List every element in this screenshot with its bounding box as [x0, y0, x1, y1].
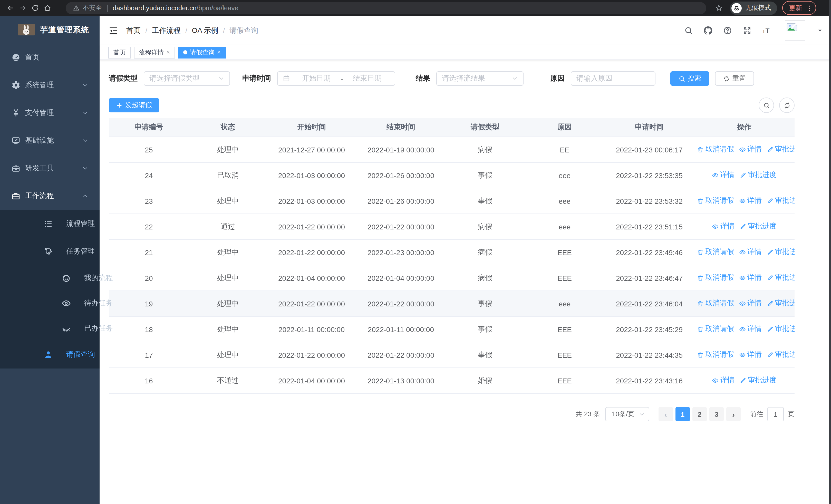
sidebar-item-我的流程[interactable]: 我的流程: [0, 265, 99, 291]
detail-link[interactable]: 详情: [739, 145, 762, 154]
avatar[interactable]: [785, 20, 805, 41]
page-button-2[interactable]: 2: [692, 407, 707, 421]
approval-progress-link[interactable]: 审批进度: [740, 171, 777, 180]
detail-link[interactable]: 详情: [712, 376, 735, 385]
sidebar-item-流程管理[interactable]: 流程管理: [0, 210, 99, 238]
font-size-icon[interactable]: TT: [762, 26, 771, 35]
sidebar-item-label: 已办任务: [84, 324, 113, 333]
sidebar-item-首页[interactable]: 首页: [0, 43, 99, 71]
cancel-leave-link[interactable]: 取消请假: [697, 145, 734, 154]
breadcrumb-item[interactable]: 首页: [126, 26, 141, 35]
column-header: 状态: [189, 118, 267, 137]
page-size-select[interactable]: 10条/页: [605, 407, 649, 421]
cancel-leave-link[interactable]: 取消请假: [697, 350, 734, 359]
apply-date-range-input[interactable]: 开始日期 - 结束日期: [277, 71, 395, 86]
sidebar-item-任务管理[interactable]: 任务管理: [0, 238, 99, 265]
cancel-leave-link[interactable]: 取消请假: [697, 248, 734, 257]
approval-progress-link[interactable]: 审批进度: [740, 376, 777, 385]
sidebar-item-工作流程[interactable]: 工作流程: [0, 182, 99, 210]
briefcase-icon: [11, 191, 21, 201]
approval-progress-link[interactable]: 审批进度: [740, 222, 777, 231]
search-button[interactable]: 搜索: [670, 71, 709, 86]
tab-首页[interactable]: 首页: [108, 47, 131, 58]
detail-link[interactable]: 详情: [739, 325, 762, 334]
reload-button[interactable]: [29, 2, 41, 14]
approval-progress-link[interactable]: 审批进度: [767, 248, 795, 257]
refresh-table-button[interactable]: [779, 97, 795, 113]
security-status[interactable]: 不安全: [73, 4, 102, 12]
approval-progress-link[interactable]: 审批进度: [767, 196, 795, 206]
detail-link[interactable]: 详情: [739, 299, 762, 308]
breadcrumb-item[interactable]: 工作流程: [152, 26, 181, 35]
monitor-icon: [11, 136, 21, 145]
approval-progress-link[interactable]: 审批进度: [767, 350, 795, 359]
cell-no: 16: [109, 368, 189, 393]
page-button-1[interactable]: 1: [676, 407, 690, 421]
flow-list-icon: [44, 219, 53, 228]
prev-page-button[interactable]: ‹: [659, 407, 673, 421]
sidebar-collapse-button[interactable]: [108, 25, 119, 36]
github-icon[interactable]: [704, 26, 712, 35]
tab-请假查询[interactable]: 请假查询×: [178, 47, 226, 58]
sidebar-item-label: 支付管理: [25, 108, 54, 118]
show-search-button[interactable]: [758, 97, 774, 113]
chevron-down-icon: [82, 165, 88, 171]
cell-reason: EEE: [524, 317, 605, 342]
next-page-button[interactable]: ›: [726, 407, 741, 421]
incognito-avatar: [732, 3, 742, 13]
approval-progress-link[interactable]: 审批进度: [767, 325, 795, 334]
detail-link[interactable]: 详情: [739, 273, 762, 283]
detail-link[interactable]: 详情: [712, 171, 735, 180]
search-icon[interactable]: [684, 26, 693, 35]
approval-progress-link[interactable]: 审批进度: [767, 145, 795, 154]
sidebar-item-label: 首页: [25, 53, 39, 62]
create-leave-button[interactable]: 发起请假: [109, 98, 159, 112]
cancel-leave-link[interactable]: 取消请假: [697, 325, 734, 334]
sidebar-item-待办任务[interactable]: 待办任务: [0, 291, 99, 316]
cancel-leave-link[interactable]: 取消请假: [697, 196, 734, 206]
reason-placeholder: 请输入原因: [576, 74, 612, 83]
sidebar-item-系统管理[interactable]: 系统管理: [0, 71, 99, 99]
result-select[interactable]: 请选择流结果: [436, 71, 523, 86]
cancel-leave-link[interactable]: 取消请假: [697, 273, 734, 283]
fullscreen-icon[interactable]: [743, 26, 751, 35]
detail-link[interactable]: 详情: [739, 350, 762, 359]
forward-button[interactable]: [17, 2, 29, 14]
address-bar[interactable]: 不安全 dashboard.yudao.iocoder.cn/bpm/oa/le…: [66, 2, 706, 14]
bookmark-button[interactable]: [713, 3, 724, 13]
detail-link[interactable]: 详情: [712, 222, 735, 231]
browser-update-button[interactable]: 更新: [782, 1, 816, 15]
help-icon[interactable]: [723, 26, 732, 35]
cell-start: 2022-01-04 00:00:00: [267, 265, 356, 291]
detail-link[interactable]: 详情: [739, 248, 762, 257]
reason-input[interactable]: 请输入原因: [571, 71, 656, 86]
trash-icon: [697, 249, 704, 256]
cell-start: 2021-12-27 00:00:00: [267, 137, 356, 162]
sidebar-item-支付管理[interactable]: 支付管理: [0, 99, 99, 127]
sidebar-item-基础设施[interactable]: 基础设施: [0, 127, 99, 154]
kebab-menu-icon[interactable]: [806, 4, 813, 11]
sidebar-item-研发工具[interactable]: 研发工具: [0, 154, 99, 182]
back-button[interactable]: [4, 2, 17, 14]
leave-type-select[interactable]: 请选择请假类型: [144, 71, 230, 86]
page-button-3[interactable]: 3: [709, 407, 724, 421]
scrollbar[interactable]: [829, 0, 831, 504]
approval-progress-link[interactable]: 审批进度: [767, 273, 795, 283]
chevron-up-icon: [82, 248, 88, 255]
detail-link[interactable]: 详情: [739, 196, 762, 206]
close-icon[interactable]: ×: [166, 49, 170, 55]
tab-流程详情[interactable]: 流程详情×: [134, 47, 175, 58]
trash-icon: [697, 326, 704, 333]
cancel-leave-link[interactable]: 取消请假: [697, 299, 734, 308]
approval-progress-link[interactable]: 审批进度: [767, 299, 795, 308]
goto-page-input[interactable]: 1: [767, 407, 784, 421]
close-icon[interactable]: ×: [217, 49, 221, 55]
chevron-down-icon[interactable]: [817, 28, 823, 33]
breadcrumb-item[interactable]: OA 示例: [192, 26, 219, 35]
sidebar-item-已办任务[interactable]: 已办任务: [0, 316, 99, 341]
header: 首页/工作流程/OA 示例/请假查询 TT: [99, 16, 831, 45]
reset-button[interactable]: 重置: [715, 71, 754, 86]
forward-icon: [19, 4, 26, 12]
home-button[interactable]: [41, 2, 53, 14]
sidebar-item-请假查询[interactable]: 请假查询: [0, 341, 99, 368]
